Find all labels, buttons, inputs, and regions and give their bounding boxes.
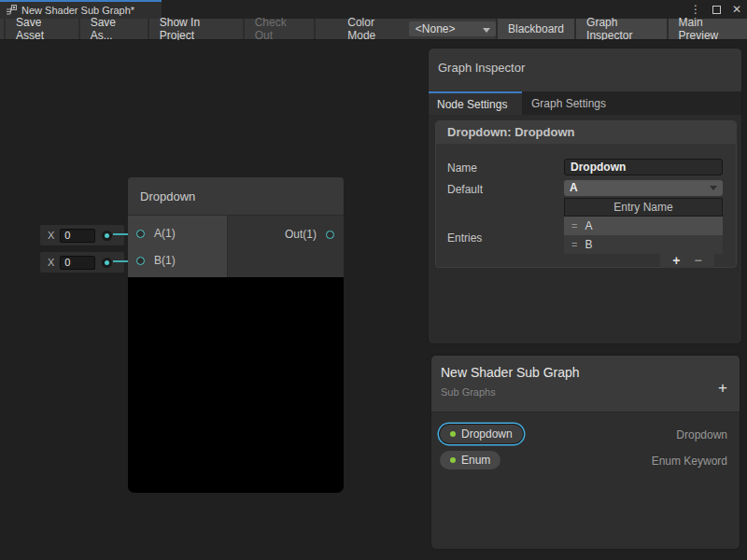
property-dot-icon <box>450 431 456 437</box>
axis-label: X <box>48 230 54 241</box>
blackboard-toggle-button[interactable]: Blackboard <box>496 19 574 39</box>
axis-label: X <box>48 257 54 268</box>
entries-footer: + − <box>660 252 714 268</box>
port-a-icon[interactable] <box>136 230 145 238</box>
dropdown-node[interactable]: Dropdown A(1) B(1) Out(1) <box>128 177 344 493</box>
dropdown-settings-section: Dropdown: Dropdown Name Dropdown Default… <box>435 120 737 268</box>
main-preview-toggle-button[interactable]: Main Preview <box>667 19 747 39</box>
entries-header: Entry Name <box>564 198 723 217</box>
node-settings-content: Dropdown: Dropdown Name Dropdown Default… <box>429 115 741 344</box>
entries-list: Entry Name = A = B <box>564 198 723 254</box>
property-dot-icon <box>450 457 456 463</box>
graph-inspector-toggle-button[interactable]: Graph Inspector <box>574 19 667 39</box>
input-a-value-widget: X 0 <box>40 225 124 245</box>
color-mode-label: Color Mode <box>342 19 407 39</box>
color-mode-value: <None> <box>416 22 456 35</box>
name-field[interactable]: Dropdown <box>564 159 723 175</box>
node-title: Dropdown <box>140 189 195 203</box>
input-b-value-widget: X 0 <box>40 252 124 273</box>
graph-canvas[interactable]: X 0 X 0 Dropdown A(1) B(1) Out(1) Graph … <box>0 40 747 560</box>
blackboard-subtitle: Sub Graphs <box>431 380 740 398</box>
add-property-button[interactable]: + <box>718 380 727 396</box>
property-pill-enum[interactable]: Enum <box>440 451 500 469</box>
default-label: Default <box>447 183 483 196</box>
property-type-label: Enum Keyword <box>652 455 727 468</box>
entry-name: A <box>585 219 592 232</box>
property-type-label: Dropdown <box>676 428 727 441</box>
blackboard-title: New Shader Sub Graph <box>431 356 740 380</box>
port-b-icon[interactable] <box>136 257 145 265</box>
drag-handle-icon[interactable]: = <box>571 220 577 231</box>
node-title-bar[interactable]: Dropdown <box>128 177 344 216</box>
check-out-button[interactable]: Check Out <box>245 19 317 39</box>
dropdown-arrow-icon <box>483 28 490 33</box>
blackboard-header[interactable]: New Shader Sub Graph Sub Graphs + <box>431 356 740 413</box>
maximize-icon[interactable] <box>712 6 721 14</box>
show-in-project-button[interactable]: Show In Project <box>149 19 245 39</box>
inspector-title[interactable]: Graph Inspector <box>429 49 741 91</box>
widget-port-icon[interactable] <box>102 258 112 268</box>
tab-node-settings[interactable]: Node Settings <box>429 91 522 115</box>
blackboard-panel: New Shader Sub Graph Sub Graphs + Dropdo… <box>430 355 740 550</box>
shader-graph-icon <box>6 5 17 16</box>
node-body: A(1) B(1) Out(1) <box>128 216 344 277</box>
widget-port-icon[interactable] <box>102 231 112 241</box>
tab-graph-settings[interactable]: Graph Settings <box>522 91 606 115</box>
dropdown-arrow-icon <box>710 186 717 190</box>
node-preview <box>128 277 344 493</box>
section-title: Dropdown: Dropdown <box>436 121 736 144</box>
remove-entry-button[interactable]: − <box>695 254 702 267</box>
inspector-tabs: Node Settings Graph Settings <box>429 91 741 115</box>
input-a-value-field[interactable]: 0 <box>60 229 95 243</box>
port-a-label: A(1) <box>154 227 176 240</box>
entries-label: Entries <box>447 231 482 245</box>
port-out-label: Out(1) <box>285 228 317 241</box>
tab-title: New Shader Sub Graph* <box>21 5 134 16</box>
graph-inspector-panel: Graph Inspector Node Settings Graph Sett… <box>428 48 742 344</box>
name-label: Name <box>447 161 477 175</box>
property-label: Dropdown <box>461 427 513 441</box>
save-asset-button[interactable]: Save Asset <box>4 19 80 39</box>
port-out-icon[interactable] <box>326 231 334 239</box>
port-b-label: B(1) <box>154 254 176 267</box>
node-input-section <box>128 216 228 277</box>
blackboard-body: Dropdown Dropdown Enum Enum Keyword <box>431 413 740 550</box>
node-output-section <box>228 216 344 277</box>
entry-row[interactable]: = A <box>564 217 723 235</box>
save-as-button[interactable]: Save As... <box>80 19 149 39</box>
property-pill-dropdown[interactable]: Dropdown <box>440 425 523 443</box>
property-label: Enum <box>461 454 490 467</box>
drag-handle-icon[interactable]: = <box>571 239 577 250</box>
default-value: A <box>570 181 578 194</box>
toolbar: Save Asset Save As... Show In Project Ch… <box>0 19 747 40</box>
default-dropdown[interactable]: A <box>564 180 723 196</box>
input-b-value-field[interactable]: 0 <box>60 256 95 270</box>
add-entry-button[interactable]: + <box>672 254 680 267</box>
color-mode-dropdown[interactable]: <None> <box>409 21 496 36</box>
entry-name: B <box>585 238 592 251</box>
entry-row[interactable]: = B <box>564 235 723 254</box>
